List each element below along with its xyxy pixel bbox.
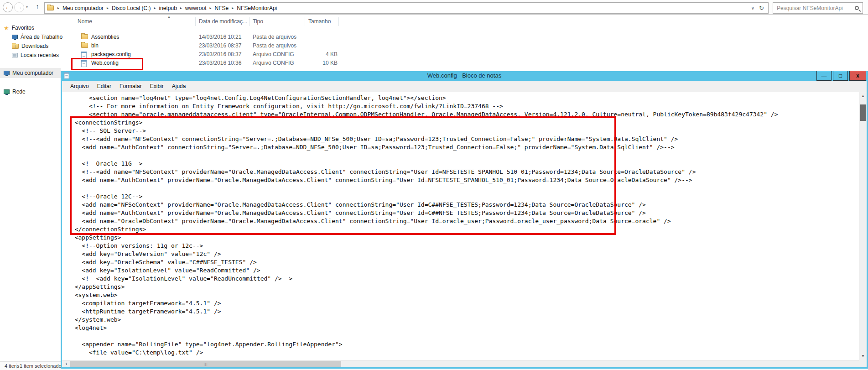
code-line: <add key="OracleSchema" value="C##NFSE_T… [68,258,859,266]
code-line: <log4net> [68,324,859,332]
search-icon[interactable] [855,6,859,10]
file-type: Arquivo CONFIG [253,60,294,66]
code-line: <!--Option versions: 11g or 12c--> [68,242,859,250]
column-header-data[interactable]: Data de modificaç... [199,18,247,25]
address-dropdown-icon[interactable]: ∨ [747,5,759,10]
vertical-scroll-thumb[interactable] [860,104,866,121]
close-button[interactable]: x [849,71,866,81]
column-header-nome[interactable]: Nome [78,18,92,25]
desktop-icon [12,35,18,39]
vertical-scrollbar[interactable]: ▲ ▼ [859,92,867,360]
history-dropdown-icon[interactable]: ▾ [26,5,28,9]
downloads-icon [12,44,19,49]
sidebar-item-downloads[interactable]: Downloads [12,42,48,51]
code-line: <section name="log4net" type="log4net.Co… [68,94,859,102]
sidebar-item-label: Área de Trabalho [21,34,62,40]
code-line: <appender name="RollingFile" type="log4n… [68,340,859,349]
star-icon [4,25,9,31]
file-icon [81,34,88,39]
breadcrumb-item[interactable]: Meu computador [60,5,106,11]
file-row[interactable]: bin 23/03/2016 08:37 Pasta de arquivos [68,42,342,50]
code-line: <add key="IsolationLevel" value="ReadCom… [68,266,859,275]
file-type: Pasta de arquivos [253,42,296,49]
code-line: </system.web> [68,316,859,324]
address-bar[interactable]: ▸ Meu computador ▸ Disco Local (C:) ▸ in… [44,2,769,14]
items-count: 4 itens [5,363,19,369]
file-icon [81,43,88,48]
code-line: <!-- For more information on Entity Fram… [68,102,859,110]
column-header-tamanho[interactable]: Tamanho [308,18,331,25]
column-divider[interactable] [338,17,339,26]
sidebar-item-label: Downloads [21,43,48,49]
window-title: Web.config - Bloco de notas [62,72,867,79]
notepad-titlebar[interactable]: Web.config - Bloco de notas — □ x [62,71,867,81]
column-header-tipo[interactable]: Tipo [253,18,263,25]
breadcrumb-separator-icon: ▸ [209,6,213,10]
breadcrumb-item[interactable]: wwwroot [183,5,209,11]
file-date: 14/03/2016 10:21 [199,34,241,40]
breadcrumb-separator-icon: ▸ [231,6,234,10]
forward-button[interactable]: → [14,2,24,12]
code-line: <compilation targetFramework="4.5.1" /> [68,299,859,307]
scrollbar-corner [859,360,867,367]
sidebar-item-meu-computador[interactable]: Meu computador [4,68,53,78]
horizontal-scrollbar[interactable]: ‹ ||| [62,360,859,367]
up-button[interactable]: ↑ [33,3,42,12]
file-date: 23/03/2016 08:37 [199,51,241,57]
network-icon [4,89,10,94]
menu-item[interactable]: Formatar [115,83,146,89]
breadcrumb-item[interactable]: NFSe [213,5,231,11]
file-name: Assemblies [91,34,119,40]
breadcrumb-separator-icon: ▸ [153,6,156,10]
sidebar-item-locais-recentes[interactable]: Locais recentes [12,51,59,60]
menu-item[interactable]: Editar [93,83,115,89]
breadcrumb-separator-icon: ▸ [57,6,60,10]
file-row[interactable]: Assemblies 14/03/2016 10:21 Pasta de arq… [68,33,342,42]
maximize-button[interactable]: □ [833,71,848,81]
sidebar-item-rede[interactable]: Rede [4,87,26,96]
file-size: 10 KB [296,60,338,66]
scroll-left-icon[interactable]: ‹ [63,360,70,367]
refresh-icon[interactable]: ↻ [759,5,768,11]
search-placeholder: Pesquisar NFSeMonitorApi [777,5,843,11]
scroll-down-icon[interactable]: ▼ [859,352,867,360]
code-line [68,332,859,340]
scroll-grip-icon: ||| [203,362,208,366]
breadcrumb-item[interactable]: inetpub [156,5,179,11]
menu-item[interactable]: Arquivo [66,83,93,89]
column-divider[interactable] [249,17,249,26]
navigation-pane: Favoritos Área de Trabalho Downloads Loc… [0,16,61,361]
column-divider[interactable] [195,17,196,26]
search-input[interactable]: Pesquisar NFSeMonitorApi [773,2,863,14]
scroll-up-icon[interactable]: ▲ [859,92,867,100]
file-size: 4 KB [296,51,338,57]
menu-item[interactable]: Ajuda [168,83,190,89]
recent-places-icon [12,53,18,57]
minimize-button[interactable]: — [816,71,832,81]
code-line: <file value="C:\temp\log.txt" /> [68,349,859,357]
file-icon [81,52,87,58]
sidebar-item-label: Locais recentes [21,52,59,58]
breadcrumb-item[interactable]: NFSeMonitorApi [234,5,279,11]
file-date: 23/03/2016 08:37 [199,42,241,49]
sidebar-item-label: Favoritos [12,25,34,31]
annotation-box-webconfig-file [71,58,143,70]
sidebar-item-favoritos[interactable]: Favoritos [4,23,34,32]
annotation-box-connectionstrings [70,116,616,235]
breadcrumb-separator-icon: ▸ [106,6,109,10]
sidebar-item-label: Rede [12,89,26,95]
notepad-menubar: Arquivo Editar Formatar Exibir Ajuda [62,81,867,92]
sort-ascending-icon[interactable]: ▲ [167,15,171,18]
status-divider [16,363,16,369]
address-folder-icon [47,5,54,10]
computer-icon [4,71,10,75]
explorer-toolbar: ← → ▾ ↑ ▸ Meu computador ▸ Disco Local (… [0,0,868,15]
back-button[interactable]: ← [3,2,13,12]
menu-item[interactable]: Exibir [146,83,168,89]
breadcrumb-item[interactable]: Disco Local (C:) [109,5,153,11]
horizontal-scroll-thumb[interactable]: ||| [70,361,341,367]
code-line: </appSettings> [68,283,859,291]
file-name: packages.config [91,51,131,57]
column-divider[interactable] [305,17,305,26]
sidebar-item-area-de-trabalho[interactable]: Área de Trabalho [12,32,62,42]
